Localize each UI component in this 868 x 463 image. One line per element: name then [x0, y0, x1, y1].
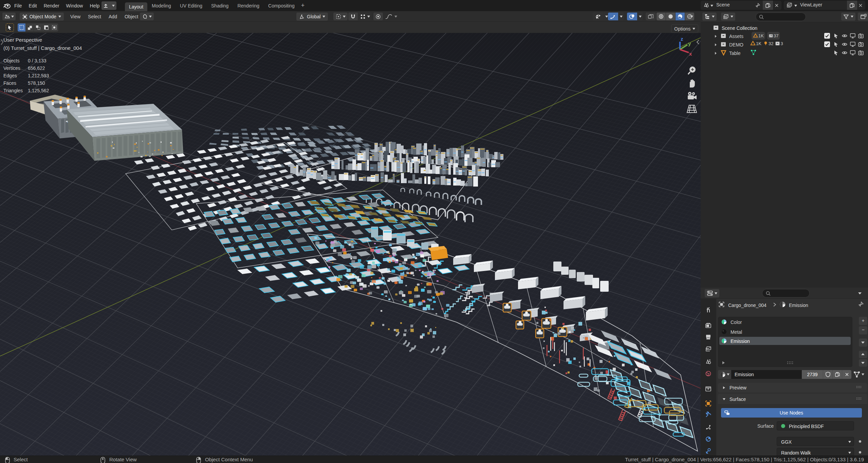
- svg-text:x: x: [689, 51, 692, 57]
- svg-text:y: y: [688, 41, 691, 46]
- svg-text:z: z: [681, 36, 683, 42]
